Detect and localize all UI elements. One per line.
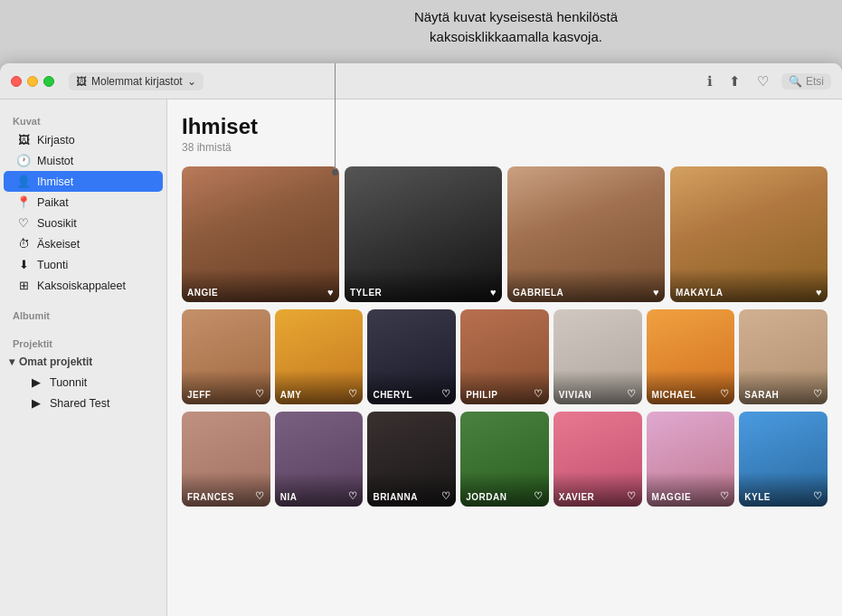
person-name: MAKAYLA [676,288,724,298]
heart-icon: ♡ [348,388,358,400]
page-title: Ihmiset [182,114,828,139]
heart-icon: ♥ [653,287,659,298]
person-card-xavier[interactable]: Xavier♡ [553,412,642,507]
person-name: Jordan [466,492,506,502]
people-grid-row3: Frances♡Nia♡Brianna♡Jordan♡Xavier♡Maggie… [182,412,828,507]
sidebar-item-label: Shared Test [50,397,150,410]
import-icon: ⬇ [16,258,31,271]
person-card-amy[interactable]: Amy♡ [275,309,364,404]
sidebar-item-shared-test[interactable]: ▶ Shared Test [4,393,163,413]
person-name: Kyle [744,492,771,502]
sidebar-item-label: Kirjasto [37,134,150,147]
people-grid-row2: Jeff♡Amy♡Cheryl♡Philip♡Vivian♡Michael♡Sa… [182,309,828,404]
heart-icon: ♡ [720,388,730,400]
heart-icon: ♡ [720,490,730,502]
person-card-nia[interactable]: Nia♡ [275,412,364,507]
maximize-button[interactable] [43,76,54,87]
share-button[interactable]: ⬆ [725,71,744,91]
minimize-button[interactable] [27,76,38,87]
sidebar-item-paikat[interactable]: 📍 Paikat [4,192,163,213]
info-button[interactable]: ℹ [704,71,716,91]
heart-icon: ♡ [255,388,265,400]
people-grid-large: ANGIE♥TYLER♥GABRIELA♥MAKAYLA♥ [182,166,828,302]
person-card-jordan[interactable]: Jordan♡ [460,412,549,507]
sidebar-item-suosikit[interactable]: ♡ Suosikit [4,213,163,233]
heart-icon: ♡ [813,388,823,400]
person-card-jeff[interactable]: Jeff♡ [182,309,270,404]
people-count: 38 ihmistä [182,141,828,154]
content-area: Ihmiset 38 ihmistä ANGIE♥TYLER♥GABRIELA♥… [167,100,842,616]
person-card-maggie[interactable]: Maggie♡ [647,412,735,507]
heart-icon: ♡ [627,388,637,400]
person-name: Philip [466,390,497,400]
person-card-makayla[interactable]: MAKAYLA♥ [670,166,828,302]
sidebar-item-muistot[interactable]: 🕐 Muistot [4,150,163,171]
person-card-vivian[interactable]: Vivian♡ [553,309,642,404]
person-name: ANGIE [187,288,218,298]
sidebar-item-label: Tuonti [37,259,150,271]
heart-icon: ♡ [627,490,637,502]
person-name: Amy [280,390,302,400]
library-selector-label: Molemmat kirjastot [91,75,183,88]
omat-projektit-group[interactable]: ▾ Omat projektit [0,352,166,372]
sidebar-item-tuonti[interactable]: ⬇ Tuonti [4,254,163,275]
library-icon: 🖼 [76,75,87,88]
heart-icon: ♡ [441,490,451,502]
sidebar-item-label: Muistot [37,155,150,167]
pin-icon: 📍 [16,195,31,209]
person-card-sarah[interactable]: Sarah♡ [739,309,828,404]
person-card-frances[interactable]: Frances♡ [182,412,270,507]
search-icon: 🔍 [789,75,802,88]
heart-icon: ♡ [16,216,31,230]
play-icon: ▶ [29,375,43,389]
sidebar-item-label: Äskeiset [37,238,150,251]
person-name: Jeff [187,390,211,400]
search-label: Etsi [806,75,824,88]
person-name: Frances [187,492,234,502]
annotation-text: Näytä kuvat kyseisestä henkilöstä kaksoi… [208,7,824,47]
person-name: Xavier [559,492,595,502]
person-card-michael[interactable]: Michael♡ [647,309,735,404]
sidebar-item-label: Ihmiset [37,175,150,188]
person-card-gabriela[interactable]: GABRIELA♥ [507,166,665,302]
sidebar-item-label: Kaksoiskappaleet [37,280,150,292]
sidebar-item-label: Suosikit [37,217,150,230]
sidebar-item-tuonnit[interactable]: ▶ Tuonnit [4,372,163,393]
recent-icon: ⏱ [16,237,31,251]
person-icon: 👤 [16,175,31,188]
close-button[interactable] [11,76,22,87]
sidebar-item-askeiset[interactable]: ⏱ Äskeiset [4,233,163,254]
section-kuvat-label: Kuvat [0,109,166,129]
search-box[interactable]: 🔍 Etsi [781,73,831,90]
person-name: Michael [652,390,696,400]
heart-icon: ♥ [490,287,497,298]
section-projektit-label: Projektit [0,331,166,352]
person-card-cheryl[interactable]: Cheryl♡ [367,309,456,404]
person-card-kyle[interactable]: Kyle♡ [739,412,828,507]
heart-icon: ♡ [255,490,265,502]
heart-icon: ♥ [327,287,334,298]
person-name: Vivian [559,390,591,400]
person-name: Sarah [744,390,779,400]
person-card-brianna[interactable]: Brianna♡ [367,412,456,507]
toolbar-right: ℹ ⬆ ♡ 🔍 Etsi [704,71,831,91]
sidebar-item-ihmiset[interactable]: 👤 Ihmiset [4,171,163,192]
person-card-tyler[interactable]: TYLER♥ [345,166,502,302]
heart-icon: ♡ [534,490,544,502]
person-name: Cheryl [373,390,412,400]
person-name: Nia [280,492,298,502]
heart-icon: ♡ [441,388,451,400]
main-layout: Kuvat 🖼 Kirjasto 🕐 Muistot 👤 Ihmiset 📍 P… [0,100,842,616]
person-name: Maggie [652,492,692,502]
sidebar-item-kaksoiskappaleet[interactable]: ⊞ Kaksoiskappaleet [4,275,163,296]
sidebar-item-label: Paikat [37,196,150,209]
favorite-button[interactable]: ♡ [753,71,772,91]
heart-icon: ♡ [813,490,823,502]
app-window: 🖼 Molemmat kirjastot ⌄ ℹ ⬆ ♡ 🔍 Etsi Kuva… [0,63,842,616]
chevron-down-icon: ▾ [9,355,14,368]
person-card-angie[interactable]: ANGIE♥ [182,166,339,302]
person-card-philip[interactable]: Philip♡ [460,309,549,404]
library-selector[interactable]: 🖼 Molemmat kirjastot ⌄ [69,72,203,90]
sidebar-item-label: Tuonnit [50,376,150,389]
sidebar-item-kirjasto[interactable]: 🖼 Kirjasto [4,129,163,150]
